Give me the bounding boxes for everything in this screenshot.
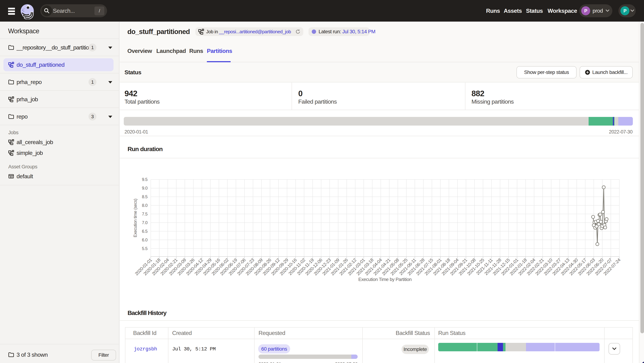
svg-text:9.0: 9.0 <box>142 186 148 190</box>
svg-text:8.5: 8.5 <box>142 194 148 199</box>
svg-text:6.0: 6.0 <box>142 238 148 242</box>
svg-text:Execution Time by Partition: Execution Time by Partition <box>358 277 412 282</box>
svg-text:8.0: 8.0 <box>142 203 148 208</box>
svg-text:Execution time (secs): Execution time (secs) <box>133 199 138 238</box>
svg-text:5.5: 5.5 <box>142 246 148 251</box>
svg-text:6.5: 6.5 <box>142 229 148 234</box>
svg-text:7.0: 7.0 <box>142 220 148 225</box>
svg-text:7.5: 7.5 <box>142 212 148 216</box>
svg-text:9.5: 9.5 <box>142 177 148 182</box>
